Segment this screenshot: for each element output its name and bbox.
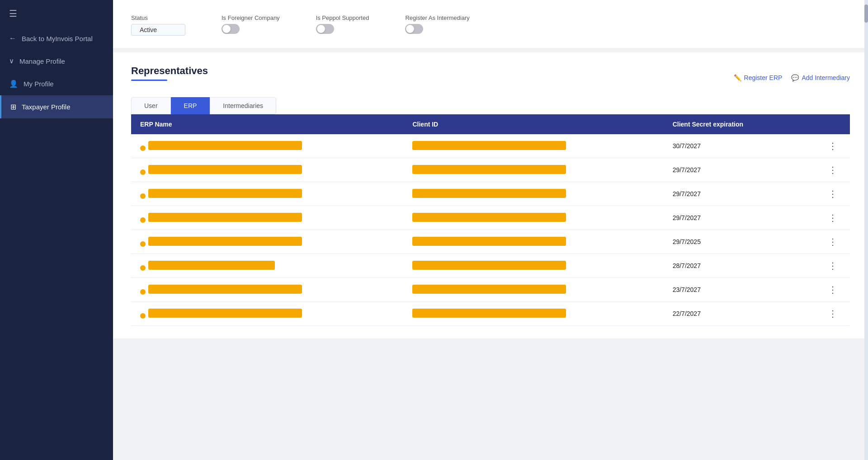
- register-intermediary-toggle[interactable]: [405, 24, 423, 34]
- redacted-dot: [140, 241, 146, 247]
- status-card: Status Active Is Foreigner Company Is Pe…: [113, 0, 868, 49]
- cell-client-id: [403, 158, 663, 182]
- redacted-bar-name: [148, 189, 302, 198]
- cell-erp-name: [131, 254, 403, 278]
- status-row: Status Active Is Foreigner Company Is Pe…: [131, 14, 850, 36]
- scrollbar[interactable]: [864, 0, 868, 460]
- is-peppol-toggle[interactable]: [316, 24, 334, 34]
- cell-actions: ⋮: [798, 254, 850, 278]
- table-row: 22/7/2027⋮: [131, 302, 850, 326]
- row-more-button[interactable]: ⋮: [825, 307, 841, 320]
- register-erp-icon: ✏️: [734, 74, 741, 81]
- redacted-bar-client: [412, 213, 566, 222]
- table-header: ERP Name Client ID Client Secret expirat…: [131, 114, 850, 134]
- redacted-dot: [140, 146, 146, 151]
- scrollbar-thumb[interactable]: [864, 5, 868, 23]
- cell-expiration: 30/7/2027: [664, 134, 798, 158]
- tab-erp[interactable]: ERP: [171, 97, 210, 114]
- sidebar-item-back[interactable]: ← Back to MyInvois Portal: [0, 27, 113, 50]
- table-body: 30/7/2027⋮29/7/2027⋮29/7/2027⋮29/7/2027⋮…: [131, 134, 850, 326]
- redacted-dot: [140, 289, 146, 295]
- cell-actions: ⋮: [798, 230, 850, 254]
- representatives-tabs: User ERP Intermediaries: [131, 97, 850, 114]
- tab-user[interactable]: User: [131, 97, 171, 114]
- chevron-down-icon: ∨: [9, 57, 14, 65]
- redacted-bar-client: [412, 237, 566, 246]
- row-more-button[interactable]: ⋮: [825, 164, 841, 176]
- sidebar-taxpayer-profile-label: Taxpayer Profile: [22, 103, 71, 111]
- table-row: 28/7/2027⋮: [131, 254, 850, 278]
- row-more-button[interactable]: ⋮: [825, 140, 841, 152]
- cell-erp-name: [131, 182, 403, 206]
- cell-erp-name: [131, 230, 403, 254]
- row-more-button[interactable]: ⋮: [825, 188, 841, 200]
- redacted-dot: [140, 193, 146, 199]
- redacted-bar-client: [412, 141, 566, 150]
- section-header: Representatives ✏️ Register ERP 💬 Add In…: [131, 65, 850, 90]
- user-icon: 👤: [9, 80, 18, 88]
- sidebar-item-my-profile[interactable]: 👤 My Profile: [0, 72, 113, 95]
- content-area: Status Active Is Foreigner Company Is Pe…: [113, 0, 868, 460]
- cell-erp-name: [131, 278, 403, 302]
- row-more-button[interactable]: ⋮: [825, 235, 841, 248]
- cell-client-id: [403, 182, 663, 206]
- redacted-bar-name: [148, 237, 302, 246]
- sidebar-item-manage-profile[interactable]: ∨ Manage Profile: [0, 50, 113, 72]
- status-field: Status Active: [131, 14, 185, 36]
- sidebar-item-taxpayer-profile[interactable]: ⊞ Taxpayer Profile: [0, 95, 113, 118]
- cell-actions: ⋮: [798, 206, 850, 230]
- is-peppol-toggle-wrapper: [316, 24, 369, 34]
- row-more-button[interactable]: ⋮: [825, 283, 841, 296]
- action-buttons: ✏️ Register ERP 💬 Add Intermediary: [734, 74, 850, 81]
- register-erp-button[interactable]: ✏️ Register ERP: [734, 74, 783, 81]
- is-peppol-label: Is Peppol Supported: [316, 14, 369, 21]
- cell-erp-name: [131, 206, 403, 230]
- cell-actions: ⋮: [798, 158, 850, 182]
- table-row: 30/7/2027⋮: [131, 134, 850, 158]
- hamburger-icon: ☰: [9, 9, 17, 19]
- is-peppol-field: Is Peppol Supported: [316, 14, 369, 34]
- row-more-button[interactable]: ⋮: [825, 211, 841, 224]
- redacted-bar-name: [148, 261, 275, 270]
- redacted-dot: [140, 313, 146, 319]
- sidebar-manage-profile-label: Manage Profile: [19, 57, 65, 65]
- row-more-button[interactable]: ⋮: [825, 259, 841, 272]
- is-foreigner-toggle-wrapper: [222, 24, 280, 34]
- cell-client-id: [403, 278, 663, 302]
- title-underline: [131, 80, 167, 81]
- add-intermediary-label: Add Intermediary: [802, 74, 850, 81]
- status-badge: Active: [131, 24, 185, 36]
- add-intermediary-icon: 💬: [791, 74, 799, 81]
- cell-client-id: [403, 254, 663, 278]
- redacted-bar-client: [412, 261, 566, 270]
- cell-expiration: 23/7/2027: [664, 278, 798, 302]
- cell-expiration: 22/7/2027: [664, 302, 798, 326]
- redacted-bar-name: [148, 213, 302, 222]
- cell-actions: ⋮: [798, 278, 850, 302]
- redacted-dot: [140, 169, 146, 175]
- main-content: Status Active Is Foreigner Company Is Pe…: [113, 0, 868, 460]
- col-expiration: Client Secret expiration: [664, 114, 798, 134]
- cell-client-id: [403, 302, 663, 326]
- register-erp-label: Register ERP: [744, 74, 783, 81]
- redacted-bar-name: [148, 309, 302, 318]
- add-intermediary-button[interactable]: 💬 Add Intermediary: [791, 74, 850, 81]
- cell-client-id: [403, 230, 663, 254]
- redacted-bar-client: [412, 285, 566, 294]
- redacted-bar-client: [412, 165, 566, 174]
- hamburger-menu[interactable]: ☰: [0, 0, 113, 27]
- section-title-group: Representatives: [131, 65, 208, 90]
- redacted-dot: [140, 265, 146, 271]
- redacted-bar-client: [412, 309, 566, 318]
- sidebar: ☰ ← Back to MyInvois Portal ∨ Manage Pro…: [0, 0, 113, 460]
- col-client-id: Client ID: [403, 114, 663, 134]
- cell-expiration: 29/7/2027: [664, 182, 798, 206]
- is-foreigner-toggle[interactable]: [222, 24, 240, 34]
- cell-client-id: [403, 206, 663, 230]
- is-foreigner-field: Is Foreigner Company: [222, 14, 280, 34]
- tab-intermediaries[interactable]: Intermediaries: [210, 97, 276, 114]
- sidebar-item-back-label: Back to MyInvois Portal: [22, 35, 93, 42]
- register-intermediary-toggle-wrapper: [405, 24, 469, 34]
- erp-table: ERP Name Client ID Client Secret expirat…: [131, 114, 850, 326]
- col-erp-name: ERP Name: [131, 114, 403, 134]
